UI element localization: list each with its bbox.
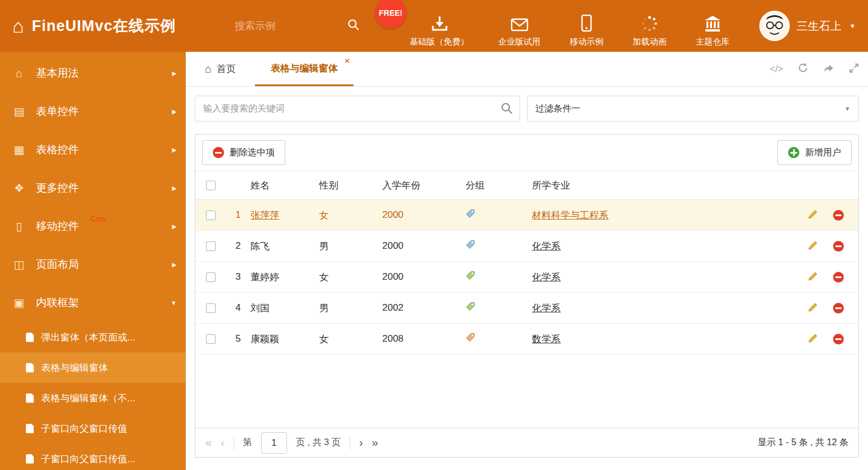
tab-grid-edit-window[interactable]: 表格与编辑窗体 × [255,52,354,86]
next-page-button[interactable]: › [359,436,363,449]
nav-item-loading-animations[interactable]: 加载动画 [633,5,666,47]
add-user-button[interactable]: 新增用户 [777,140,852,165]
row-index: 2 [226,240,250,252]
delete-button[interactable] [833,334,844,344]
sidebar-subitem-popup-window[interactable]: 弹出窗体（本页面或... [0,322,186,352]
tab-bar: ⌂ 首页 表格与编辑窗体 × </> [186,52,868,87]
row-checkbox[interactable] [206,211,216,220]
nav-item-label: 企业版试用 [498,37,540,47]
user-name: 三生石上 [797,19,842,34]
delete-button[interactable] [833,303,844,314]
page-icon [26,454,34,464]
major-link[interactable]: 化学系 [532,241,561,252]
sidebar-item-inline-frame[interactable]: ▣ 内联框架 ▼ [0,284,186,322]
filter-dropdown[interactable]: 过滤条件一 ▼ [527,96,859,122]
search-icon[interactable] [347,18,360,34]
edit-button[interactable] [807,302,818,315]
tab-home[interactable]: ⌂ 首页 [195,52,246,86]
major-link[interactable]: 化学系 [532,272,561,283]
share-button[interactable] [823,63,834,75]
code-icon: </> [770,64,783,74]
major-link[interactable]: 数学系 [532,334,561,344]
major-link[interactable]: 材料科学与工程系 [532,210,609,221]
column-header-year: 入学年份 [382,179,466,192]
sidebar-subitem-child-to-parent-2[interactable]: 子窗口向父窗口传值... [0,444,186,470]
sidebar-item-mobile-controls[interactable]: ▯ 移动控件 Corp. ▶ [0,207,186,245]
mail-icon [511,14,529,32]
row-checkbox[interactable] [206,272,216,282]
bank-icon [704,14,722,32]
sidebar-item-label: 表单控件 [36,104,79,119]
keyword-search-input[interactable] [195,96,520,122]
prev-page-button[interactable]: ‹ [221,436,225,449]
delete-button[interactable] [833,241,844,252]
sidebar-subitem-child-to-parent[interactable]: 子窗口向父窗口传值 [0,413,186,444]
nav-item-label: 基础版（免费） [410,37,469,47]
grid-icon: ▦ [11,143,27,156]
student-name: 康颖颖 [250,333,319,346]
row-checkbox[interactable] [206,241,216,251]
header-search-input[interactable] [235,20,328,32]
sidebar-subitem-label: 子窗口向父窗口传值 [41,422,127,435]
edit-button[interactable] [807,333,818,346]
table-row[interactable]: 4 刘国 男 2002 化学系 [195,293,858,324]
major-link[interactable]: 化学系 [532,303,561,314]
search-icon[interactable] [500,102,513,117]
nav-item-label: 移动示例 [570,37,603,47]
page-icon [26,333,34,342]
nav-item-enterprise-trial[interactable]: 企业版试用 [498,5,540,47]
table-row[interactable]: 3 董婷婷 女 2000 化学系 [195,262,858,293]
last-page-button[interactable]: » [372,436,378,449]
code-button[interactable]: </> [770,64,783,74]
app-title: FineUIMvc在线示例 [32,16,176,36]
delete-button[interactable] [833,210,844,221]
sidebar-item-page-layout[interactable]: ◫ 页面布局 ▶ [0,245,186,284]
add-user-label: 新增用户 [805,147,841,159]
chevron-right-icon: ▶ [172,146,177,154]
row-checkbox[interactable] [206,303,216,313]
app-logo[interactable]: ⌂ FineUIMvc在线示例 [12,16,235,36]
refresh-icon [798,62,808,75]
page-input[interactable] [261,432,287,454]
sidebar-item-basic-usage[interactable]: ⌂ 基本用法 ▶ [0,54,186,92]
edit-button[interactable] [807,240,818,253]
first-page-button[interactable]: « [205,436,212,449]
student-gender: 女 [319,271,382,284]
close-icon[interactable]: × [344,56,350,65]
expand-button[interactable] [849,63,859,75]
row-checkbox[interactable] [206,334,216,344]
edit-button[interactable] [807,271,818,284]
header-search [235,18,360,34]
nav-item-mobile-demo[interactable]: 移动示例 [570,5,603,47]
table-row[interactable]: 5 康颖颖 女 2008 数学系 [195,324,858,355]
delete-selected-button[interactable]: 删除选中项 [202,140,285,165]
edit-icon [807,302,818,315]
sidebar-subitem-grid-edit-window[interactable]: 表格与编辑窗体 [0,352,186,383]
sidebar-item-more-controls[interactable]: ❖ 更多控件 ▶ [0,169,186,207]
sidebar-item-grid-controls[interactable]: ▦ 表格控件 ▶ [0,131,186,169]
mobile-icon: ▯ [11,220,27,233]
nav-item-theme-store[interactable]: 主题仓库 [696,5,730,47]
major-cell: 材料科学与工程系 [532,209,791,222]
mobile-icon [581,14,592,32]
user-menu[interactable]: 三生石上 ▼ [759,11,856,41]
major-cell: 数学系 [532,333,791,346]
page-icon [26,393,34,403]
refresh-button[interactable] [798,62,808,75]
edit-button[interactable] [807,209,818,222]
sidebar-item-label: 内联框架 [36,296,79,310]
nav-item-basic-free[interactable]: FREE! 基础版（免费） [410,5,469,47]
sidebar-item-form-controls[interactable]: ▤ 表单控件 ▶ [0,92,186,131]
sidebar-subitem-grid-edit-window-no[interactable]: 表格与编辑窗体（不... [0,383,186,413]
chevron-down-icon: ▼ [171,299,177,306]
table-row[interactable]: 1 张萍萍 女 2000 材料科学与工程系 [195,200,858,231]
keyword-search [195,96,520,122]
delete-button[interactable] [833,272,844,283]
table-row[interactable]: 2 陈飞 男 2000 化学系 [195,231,858,262]
nav-item-label: 加载动画 [633,37,666,47]
header-checkbox[interactable] [206,181,216,190]
form-icon: ▤ [11,105,27,118]
major-cell: 化学系 [532,302,791,315]
delete-selected-label: 删除选中项 [230,147,275,159]
filter-dropdown-value: 过滤条件一 [535,103,580,115]
